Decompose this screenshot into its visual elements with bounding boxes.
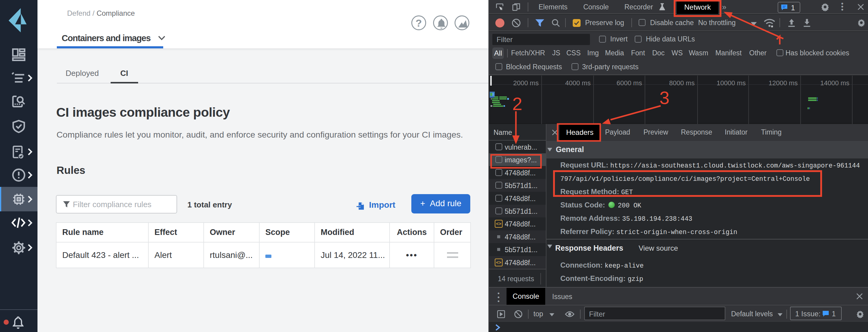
svg-text:3: 3 <box>659 88 670 108</box>
svg-text:2: 2 <box>512 94 522 114</box>
